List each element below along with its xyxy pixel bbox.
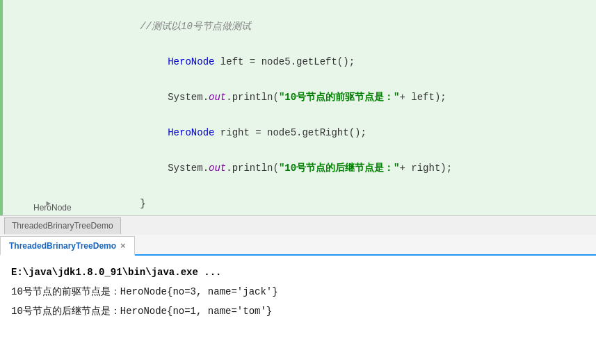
editor-tab-label: ThreadedBrinaryTreeDemo [12,221,113,231]
editor-area: //测试以10号节点做测试 HeroNode left = node5.getL… [0,0,596,215]
concat-left: + left); [399,92,446,103]
line-content: System.out.println("10号节点的前驱节点是："+ left)… [114,80,446,115]
line-content: System.out.println("10号节点的后继节点是："+ right… [114,151,452,185]
line-content: HeroNode right = node5.getRight(); [114,116,367,149]
concat-right: + right); [399,163,452,174]
console-tab-active[interactable]: ThreadedBrinaryTreeDemo × [0,236,135,256]
type-heronode: HeroNode [168,56,220,67]
console-tab-close[interactable]: × [120,240,126,251]
heronode-footer-label: HeroNode [33,203,72,213]
line-content: } [86,187,146,215]
comment-text: //测试以10号节点做测试 [86,9,251,44]
console-tab-bar: ThreadedBrinaryTreeDemo × [0,235,596,256]
code-line-brace-inner: ▶ } [3,186,596,215]
code-line-println-right: System.out.println("10号节点的后继节点是："+ right… [3,150,596,186]
console-output-area: E:\java\jdk1.8.0_91\bin\java.exe ... 10号… [0,256,596,328]
console-tab-label: ThreadedBrinaryTreeDemo [9,241,116,251]
system-kw: System. [168,92,209,103]
left-assign: left = node5.getLeft(); [220,56,355,67]
console-output-line-3: 10号节点的后继节点是：HeroNode{no=1, name='tom'} [11,301,585,321]
println-call: .println( [226,92,279,103]
line-content: HeroNode left = node5.getLeft(); [114,45,355,78]
string-succ: "10号节点的后继节点是：" [279,163,400,174]
comment-span: //测试以10号节点做测试 [140,21,251,32]
console-output-line-1: E:\java\jdk1.8.0_91\bin\java.exe ... [11,263,585,282]
string-pred: "10号节点的前驱节点是：" [279,92,400,103]
code-line-heronode-right: HeroNode right = node5.getRight(); [3,115,596,150]
type-heronode-2: HeroNode [168,127,220,138]
code-line-heronode-left: HeroNode left = node5.getLeft(); [3,44,596,79]
line-gutter: ▶ [3,188,31,215]
left-accent-bar [0,0,3,215]
code-editor: //测试以10号节点做测试 HeroNode left = node5.getL… [0,0,596,215]
right-assign: right = node5.getRight(); [220,127,367,138]
code-line-println-left: System.out.println("10号节点的前驱节点是："+ left)… [3,79,596,115]
out-kw: out [209,92,226,103]
editor-tab-bar: ThreadedBrinaryTreeDemo [0,215,596,235]
brace-inner: } [140,198,145,209]
console-section: ThreadedBrinaryTreeDemo × E:\java\jdk1.8… [0,235,596,328]
println-call-2: .println( [226,163,279,174]
console-output-line-2: 10号节点的前驱节点是：HeroNode{no=3, name='jack'} [11,282,585,301]
system-kw-2: System. [168,163,209,174]
editor-tab[interactable]: ThreadedBrinaryTreeDemo [4,217,121,234]
out-kw-2: out [209,163,226,174]
code-line-comment: //测试以10号节点做测试 [3,8,596,44]
